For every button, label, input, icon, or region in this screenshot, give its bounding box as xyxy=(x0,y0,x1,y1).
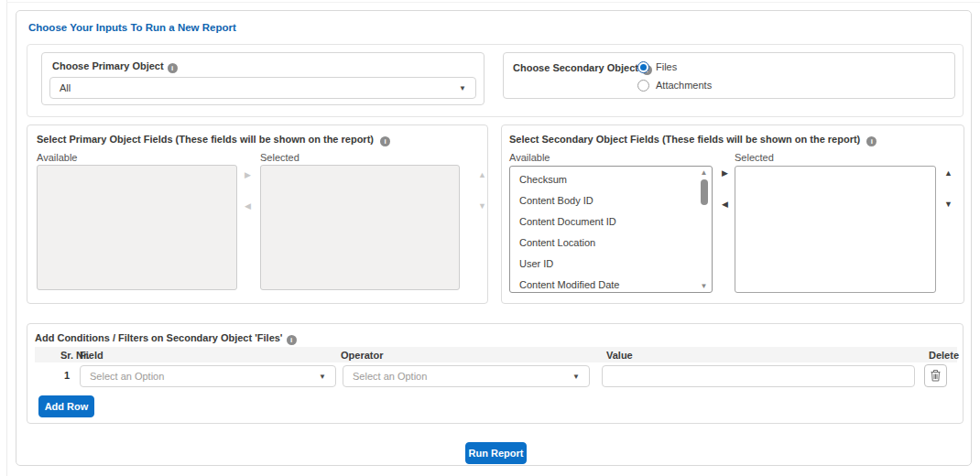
caret-down-icon: ▼ xyxy=(319,373,326,381)
run-report-button[interactable]: Run Report xyxy=(465,442,527,464)
secondary-available-list: ChecksumContent Body IDContent Document … xyxy=(510,167,712,298)
add-row-button[interactable]: Add Row xyxy=(38,395,94,417)
primary-selected-listbox xyxy=(260,165,460,290)
conditions-table-header: Sr. Nr. Field Operator Value Delete xyxy=(35,347,957,362)
page-edge-line xyxy=(6,2,980,3)
col-operator: Operator xyxy=(341,350,383,361)
info-icon[interactable]: i xyxy=(168,63,178,73)
primary-fields-heading: Select Primary Object Fields (These fiel… xyxy=(37,134,374,145)
primary-available-listbox xyxy=(37,165,237,290)
secondary-object-radiogroup: FilesAttachments xyxy=(637,58,712,94)
col-value: Value xyxy=(606,350,633,361)
radio-label: Files xyxy=(656,61,677,72)
primary-object-select[interactable]: All ▼ xyxy=(49,77,476,99)
operator-select[interactable]: Select an Option ▼ xyxy=(343,365,590,387)
delete-row-button[interactable] xyxy=(924,364,947,387)
primary-selected-label: Selected xyxy=(260,152,299,163)
available-field-item[interactable]: Content Body ID xyxy=(510,190,699,211)
move-right-icon: ▶ xyxy=(245,171,251,179)
info-icon[interactable]: i xyxy=(380,136,390,146)
secondary-available-label: Available xyxy=(509,152,550,163)
secondary-available-listbox[interactable]: ChecksumContent Body IDContent Document … xyxy=(509,166,713,293)
secondary-object-panel: Choose Secondary Objecti FilesAttachment… xyxy=(503,52,955,99)
available-field-item[interactable]: Checksum xyxy=(510,169,699,190)
move-down-button[interactable]: ▼ xyxy=(944,200,953,209)
primary-object-panel: Choose Primary Objecti All ▼ xyxy=(41,52,485,105)
move-left-icon: ◀ xyxy=(245,202,251,211)
field-select-placeholder: Select an Option xyxy=(90,371,164,382)
move-down-icon: ▼ xyxy=(478,202,486,211)
conditions-panel: Add Conditions / Filters on Secondary Ob… xyxy=(27,323,964,424)
caret-down-icon: ▼ xyxy=(459,84,466,92)
secondary-fields-heading: Select Secondary Object Fields (These fi… xyxy=(509,134,860,145)
available-field-item[interactable]: Content Modified Date xyxy=(510,275,699,296)
radio-label: Attachments xyxy=(656,80,712,91)
caret-down-icon: ▼ xyxy=(572,373,580,381)
move-up-icon: ▲ xyxy=(478,171,486,179)
primary-fields-panel: Select Primary Object Fields (These fiel… xyxy=(27,124,488,304)
trash-icon xyxy=(931,370,941,382)
col-field: Field xyxy=(80,350,103,361)
available-field-item[interactable]: Content Location xyxy=(510,233,699,254)
secondary-selected-listbox[interactable] xyxy=(735,166,936,293)
row-number: 1 xyxy=(64,370,70,381)
field-select[interactable]: Select an Option ▼ xyxy=(80,365,336,387)
report-builder-screen: Choose Your Inputs To Run a New Report C… xyxy=(0,0,980,476)
secondary-selected-label: Selected xyxy=(735,152,774,163)
info-icon[interactable]: i xyxy=(287,335,297,345)
scroll-down-icon[interactable]: ▼ xyxy=(701,282,708,290)
radio-unselected-icon xyxy=(637,80,649,92)
report-builder-card: Choose Your Inputs To Run a New Report C… xyxy=(16,10,972,466)
move-right-button[interactable]: ▶ xyxy=(722,169,728,178)
move-left-button[interactable]: ◀ xyxy=(722,200,728,209)
primary-object-value: All xyxy=(60,82,71,93)
scrollbar-thumb[interactable] xyxy=(701,179,708,205)
value-input[interactable] xyxy=(602,365,915,387)
scroll-up-icon[interactable]: ▲ xyxy=(701,168,708,177)
available-field-item[interactable]: Content Document ID xyxy=(510,211,699,233)
secondary-fields-panel: Select Secondary Object Fields (These fi… xyxy=(501,124,964,304)
radio-selected-icon xyxy=(637,61,649,73)
info-icon[interactable]: i xyxy=(866,136,877,146)
primary-object-label: Choose Primary Object xyxy=(52,60,164,71)
radio-option-files[interactable]: Files xyxy=(637,58,712,76)
scrollbar[interactable]: ▲ ▼ xyxy=(698,168,710,290)
radio-option-attachments[interactable]: Attachments xyxy=(637,76,712,94)
secondary-object-label: Choose Secondary Object xyxy=(513,62,638,73)
operator-select-placeholder: Select an Option xyxy=(353,371,427,382)
primary-available-label: Available xyxy=(37,152,77,163)
available-field-item[interactable]: User ID xyxy=(510,254,699,275)
page-edge-line xyxy=(6,0,7,476)
col-delete: Delete xyxy=(929,350,959,361)
page-title: Choose Your Inputs To Run a New Report xyxy=(28,22,236,33)
move-up-button[interactable]: ▲ xyxy=(944,169,953,178)
conditions-heading: Add Conditions / Filters on Secondary Ob… xyxy=(35,332,283,343)
